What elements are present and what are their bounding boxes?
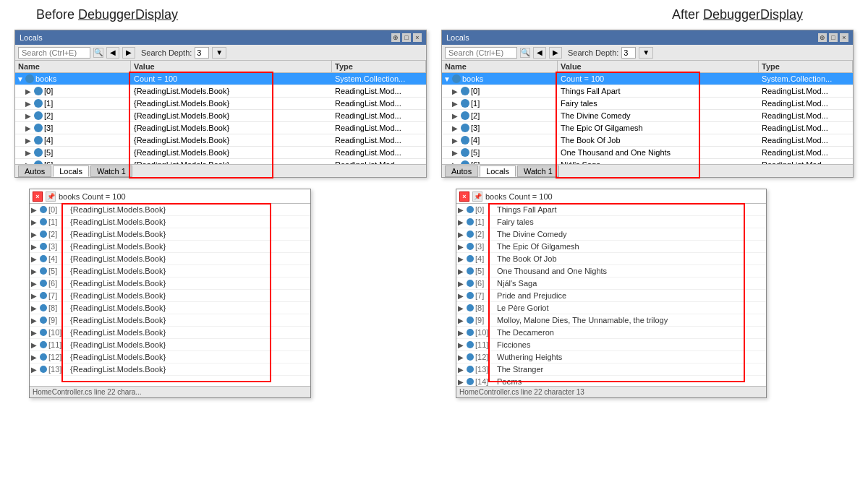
expand-icon[interactable]: ▶ [25,137,33,145]
after-nav-right[interactable]: ▶ [549,47,562,59]
table-row[interactable]: ▶[0] {ReadingList.Models.Book} ReadingLi… [15,85,426,98]
expand-icon[interactable]: ▶ [31,243,38,251]
expand-icon[interactable]: ▼ [17,75,24,83]
expand-icon[interactable]: ▶ [25,149,33,157]
table-row[interactable]: ▶[3] The Epic Of Gilgamesh ReadingList.M… [442,122,853,134]
list-item[interactable]: ▶[7]Pride and Prejudice [456,290,766,302]
watch1-tab[interactable]: Watch 1 [90,165,132,177]
pin-btn[interactable]: ⊕ [818,33,827,42]
expand-icon[interactable]: ▶ [458,292,465,300]
list-item[interactable]: ▶[0]{ReadingList.Models.Book} [30,204,310,216]
expand-icon[interactable]: ▶ [25,112,33,120]
list-item[interactable]: ▶[9]Molloy, Malone Dies, The Unnamable, … [456,314,766,327]
close-btn[interactable]: × [840,33,848,42]
list-item[interactable]: ▶[8]{ReadingList.Models.Book} [30,302,310,314]
list-item[interactable]: ▶[6]Njál's Saga [456,277,766,290]
table-row[interactable]: ▼ books Count = 100 System.Collection... [15,73,426,85]
table-row[interactable]: ▶[6] Njál's Saga ReadingList.Mod... [442,159,853,164]
expand-icon[interactable]: ▶ [458,304,465,312]
expand-icon[interactable]: ▶ [31,366,38,374]
expand-icon[interactable]: ▶ [31,304,38,312]
expand-icon[interactable]: ▶ [458,353,465,361]
list-item[interactable]: ▶[13]{ReadingList.Models.Book} [30,363,310,376]
expand-icon[interactable]: ▶ [458,378,465,386]
table-row[interactable]: ▶[6] {ReadingList.Models.Book} ReadingLi… [15,159,426,164]
table-row[interactable]: ▶[3] {ReadingList.Models.Book} ReadingLi… [15,122,426,134]
expand-icon[interactable]: ▶ [458,366,465,374]
table-row[interactable]: ▶[1] Fairy tales ReadingList.Mod... [442,98,853,110]
table-row[interactable]: ▶[2] The Divine Comedy ReadingList.Mod..… [442,110,853,122]
list-item[interactable]: ▶[8]Le Père Goriot [456,302,766,314]
expand-icon[interactable]: ▶ [452,124,459,132]
before-depth-input[interactable] [195,47,209,59]
after-depth-input[interactable] [621,47,636,59]
table-row[interactable]: ▶[0] Things Fall Apart ReadingList.Mod..… [442,85,853,98]
expand-icon[interactable]: ▶ [31,353,38,361]
after-nav-left[interactable]: ◀ [533,47,546,59]
list-item[interactable]: ▶[11]{ReadingList.Models.Book} [30,339,310,351]
datatip-close-btn[interactable]: × [33,191,43,202]
table-row[interactable]: ▶[5] One Thousand and One Nights Reading… [442,147,853,159]
expand-icon[interactable]: ▶ [458,218,465,226]
before-nav-left[interactable]: ◀ [106,47,119,59]
table-row[interactable]: ▶[4] {ReadingList.Models.Book} ReadingLi… [15,134,426,147]
list-item[interactable]: ▶[1]Fairy tales [456,216,766,228]
list-item[interactable]: ▶[1]{ReadingList.Models.Book} [30,216,310,228]
list-item[interactable]: ▶[2]{ReadingList.Models.Book} [30,228,310,241]
locals-tab[interactable]: Locals [480,165,516,177]
close-btn[interactable]: × [413,33,422,42]
after-search-icon[interactable]: 🔍 [520,48,530,58]
table-row[interactable]: ▶[1] {ReadingList.Models.Book} ReadingLi… [15,98,426,110]
autos-tab[interactable]: Autos [18,165,51,177]
expand-icon[interactable]: ▶ [25,87,33,95]
table-row[interactable]: ▶[2] {ReadingList.Models.Book} ReadingLi… [15,110,426,122]
after-depth-dropdown[interactable]: ▼ [639,47,653,59]
list-item[interactable]: ▶[5]{ReadingList.Models.Book} [30,265,310,277]
float-btn[interactable]: □ [829,33,838,42]
expand-icon[interactable]: ▼ [443,75,451,83]
list-item[interactable]: ▶[10]{ReadingList.Models.Book} [30,327,310,339]
autos-tab[interactable]: Autos [445,165,478,177]
expand-icon[interactable]: ▶ [31,341,38,349]
list-item[interactable]: ▶[0]Things Fall Apart [456,204,766,216]
expand-icon[interactable]: ▶ [458,341,465,349]
table-row[interactable]: ▼ books Count = 100 System.Collection... [442,73,853,85]
expand-icon[interactable]: ▶ [25,124,33,132]
list-item[interactable]: ▶[11]Ficciones [456,339,766,351]
expand-icon[interactable]: ▶ [31,280,38,288]
before-depth-dropdown[interactable]: ▼ [212,47,226,59]
expand-icon[interactable]: ▶ [458,206,465,214]
table-row[interactable]: ▶[4] The Book Of Job ReadingList.Mod... [442,134,853,147]
expand-icon[interactable]: ▶ [458,243,465,251]
list-item[interactable]: ▶[4]{ReadingList.Models.Book} [30,253,310,265]
table-row[interactable]: ▶[5] {ReadingList.Models.Book} ReadingLi… [15,147,426,159]
expand-icon[interactable]: ▶ [452,137,459,145]
list-item[interactable]: ▶[4]The Book Of Job [456,253,766,265]
list-item[interactable]: ▶[10]The Decameron [456,327,766,339]
expand-icon[interactable]: ▶ [31,206,38,214]
expand-icon[interactable]: ▶ [452,87,459,95]
expand-icon[interactable]: ▶ [31,329,38,337]
list-item[interactable]: ▶[13]The Stranger [456,363,766,376]
datatip-pin-btn[interactable]: 📌 [472,191,482,202]
expand-icon[interactable]: ▶ [31,231,38,238]
before-search-icon[interactable]: 🔍 [93,48,103,58]
expand-icon[interactable]: ▶ [458,255,465,263]
expand-icon[interactable]: ▶ [458,267,465,275]
list-item[interactable]: ▶[12]Wuthering Heights [456,351,766,363]
expand-icon[interactable]: ▶ [458,231,465,238]
pin-btn[interactable]: ⊕ [391,33,400,42]
watch1-tab[interactable]: Watch 1 [517,165,559,177]
expand-icon[interactable]: ▶ [31,255,38,263]
expand-icon[interactable]: ▶ [31,218,38,226]
locals-tab[interactable]: Locals [53,165,89,177]
list-item[interactable]: ▶[7]{ReadingList.Models.Book} [30,290,310,302]
list-item[interactable]: ▶[3]{ReadingList.Models.Book} [30,241,310,253]
before-search-input[interactable] [18,47,90,59]
list-item[interactable]: ▶[5]One Thousand and One Nights [456,265,766,277]
list-item[interactable]: ▶[12]{ReadingList.Models.Book} [30,351,310,363]
float-btn[interactable]: □ [402,33,411,42]
expand-icon[interactable]: ▶ [452,149,459,157]
expand-icon[interactable]: ▶ [31,317,38,324]
list-item[interactable]: ▶[2]The Divine Comedy [456,228,766,241]
